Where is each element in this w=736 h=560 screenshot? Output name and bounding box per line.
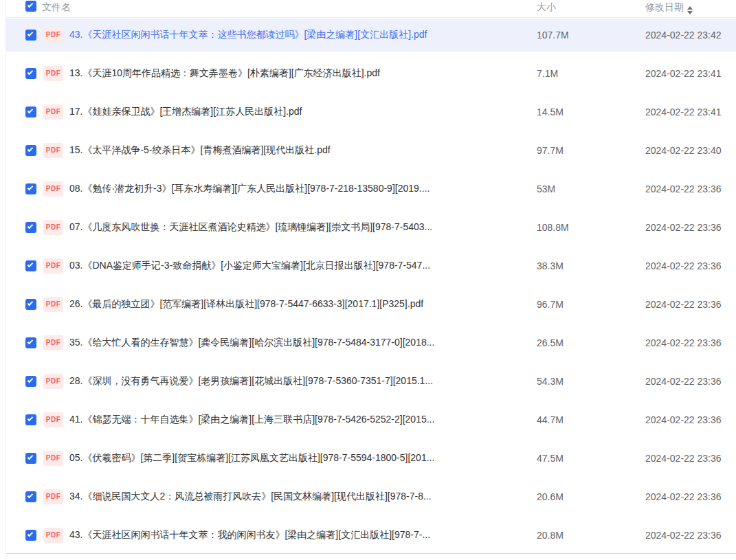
check-icon [27,377,33,383]
file-size: 54.3M [537,376,564,387]
check-icon [27,531,33,537]
pdf-icon: PDF [43,451,63,466]
table-row[interactable]: PDF 03.《DNA鉴定师手记-3-致命捐献》[小鉴定师大宝编著][北京日报出… [6,249,736,282]
table-row[interactable]: PDF 35.《给大忙人看的生存智慧》[龚令民编著][哈尔滨出版社][978-7… [6,326,736,359]
row-checkbox[interactable] [25,183,36,194]
pdf-icon: PDF [43,66,63,81]
row-checkbox[interactable] [25,68,36,79]
pdf-icon: PDF [43,104,63,120]
table-header: 文件名 大小 修改日期 [6,0,736,18]
check-icon [27,146,33,152]
file-name-link[interactable]: 13.《天涯10周年作品精选：舞文弄墨卷》[朴素编著][广东经济出版社].pdf [69,67,530,80]
file-date: 2024-02-22 23:41 [645,107,722,117]
file-name-link[interactable]: 05.《伏羲密码》[第二季][贺宝栋编著][江苏凤凰文艺出版社][978-7-5… [69,452,530,464]
file-name-link[interactable]: 28.《深圳，没有勇气再说爱》[老男孩编著][花城出版社][978-7-5360… [69,375,530,388]
file-size: 20.6M [537,491,564,502]
row-checkbox[interactable] [25,337,36,348]
pdf-icon: PDF [43,220,63,235]
row-checkbox[interactable] [25,376,36,387]
file-name-link[interactable]: 43.《天涯社区闲闲书话十年文萃：我的闲闲书友》[梁由之编著][文汇出版社][9… [69,529,530,541]
file-size: 47.5M [537,453,564,464]
table-row[interactable]: PDF 43.《天涯社区闲闲书话十年文萃：我的闲闲书友》[梁由之编著][文汇出版… [6,519,736,552]
table-row[interactable]: PDF 28.《深圳，没有勇气再说爱》[老男孩编著][花城出版社][978-7-… [6,365,736,398]
file-date: 2024-02-22 23:36 [645,530,722,541]
pdf-icon: PDF [43,27,63,43]
file-date: 2024-02-22 23:42 [645,30,722,41]
file-size: 38.3M [537,260,564,271]
check-icon [27,262,33,267]
row-checkbox[interactable] [25,107,36,117]
file-list: PDF 43.《天涯社区闲闲书话十年文萃：这些书您都读过吗》[梁由之编著][文汇… [6,18,736,552]
row-checkbox[interactable] [25,260,36,271]
row-checkbox[interactable] [25,453,36,464]
file-name-link[interactable]: 34.《细说民国大文人2：风流总被雨打风吹去》[民国文林编著][现代出版社][9… [69,491,530,503]
file-name-link[interactable]: 41.《锦瑟无端：十年自选集》[梁由之编著][上海三联书店][978-7-542… [69,414,530,426]
file-date: 2024-02-22 23:36 [645,414,722,425]
pdf-icon: PDF [43,489,63,504]
file-name-link[interactable]: 08.《勉传·潜龙初升-3》[耳东水寿编著][广东人民出版社][978-7-21… [69,183,530,195]
file-table: 文件名 大小 修改日期 PDF 43.《天涯社区闲闲书话十年文萃：这些书您都读过… [5,0,736,560]
pdf-icon: PDF [43,181,63,197]
file-name-link[interactable]: 35.《给大忙人看的生存智慧》[龚令民编著][哈尔滨出版社][978-7-548… [69,337,530,349]
row-checkbox[interactable] [25,530,36,541]
table-row[interactable]: PDF 07.《几度东风吹世换：天涯社区煮酒论史精选》[琉璃锺编著][崇文书局]… [6,211,736,244]
file-size: 26.5M [537,337,564,348]
file-name-link[interactable]: 43.《天涯社区闲闲书话十年文萃：这些书您都读过吗》[梁由之编著][文汇出版社]… [69,29,530,41]
check-icon [27,2,33,8]
table-row[interactable]: PDF 43.《天涯社区闲闲书话十年文萃：这些书您都读过吗》[梁由之编著][文汇… [6,19,736,52]
file-name-link[interactable]: 17.《娃娃亲保卫战》[王增杰编著][江苏人民出版社].pdf [69,106,530,118]
file-date: 2024-02-22 23:41 [645,68,722,79]
file-size: 20.8M [537,530,564,541]
table-row[interactable]: PDF 08.《勉传·潜龙初升-3》[耳东水寿编著][广东人民出版社][978-… [6,172,736,205]
file-name-link[interactable]: 15.《太平洋战争-5-绞杀日本》[青梅煮酒编著][现代出版社.pdf [69,144,530,157]
check-icon [27,339,33,344]
file-size: 108.8M [537,222,569,233]
file-date: 2024-02-22 23:36 [645,222,722,233]
file-size: 107.7M [537,30,569,41]
row-checkbox[interactable] [25,299,36,310]
table-row[interactable]: PDF 26.《最后的独立团》[范军编著][译林出版社][978-7-5447-… [6,288,736,321]
select-all-checkbox[interactable] [25,1,36,12]
table-row[interactable]: PDF 05.《伏羲密码》[第二季][贺宝栋编著][江苏凤凰文艺出版社][978… [6,442,736,475]
column-header-date[interactable]: 修改日期 [645,1,693,14]
table-row[interactable]: PDF 15.《太平洋战争-5-绞杀日本》[青梅煮酒编著][现代出版社.pdf … [6,134,736,167]
pdf-icon: PDF [43,258,63,273]
file-name-link[interactable]: 03.《DNA鉴定师手记-3-致命捐献》[小鉴定师大宝编著][北京日报出版社][… [69,260,530,272]
file-date: 2024-02-22 23:36 [645,491,722,502]
table-row[interactable]: PDF 34.《细说民国大文人2：风流总被雨打风吹去》[民国文林编著][现代出版… [6,480,736,513]
bottom-divider [6,553,736,554]
file-size: 53M [537,183,555,194]
file-size: 44.7M [537,414,564,425]
file-size: 96.7M [537,299,564,310]
file-date: 2024-02-22 23:36 [645,299,722,310]
row-checkbox[interactable] [25,222,36,233]
file-size: 7.1M [537,68,558,79]
file-date: 2024-02-22 23:36 [645,260,722,271]
check-icon [27,185,33,190]
column-header-size: 大小 [537,1,556,14]
column-header-filename: 文件名 [42,1,71,14]
pdf-icon: PDF [43,412,63,427]
column-header-date-label: 修改日期 [645,1,684,12]
check-icon [27,69,33,75]
file-size: 97.7M [537,145,564,156]
row-checkbox[interactable] [25,414,36,425]
row-checkbox[interactable] [25,30,36,41]
table-row[interactable]: PDF 13.《天涯10周年作品精选：舞文弄墨卷》[朴素编著][广东经济出版社]… [6,57,736,90]
row-checkbox[interactable] [25,145,36,156]
check-icon [27,493,33,498]
table-row[interactable]: PDF 17.《娃娃亲保卫战》[王增杰编著][江苏人民出版社].pdf 14.5… [6,96,736,128]
check-icon [27,454,33,460]
file-date: 2024-02-22 23:36 [645,337,722,348]
check-icon [27,108,33,113]
check-icon [27,223,33,229]
check-icon [27,31,33,36]
file-date: 2024-02-22 23:36 [645,453,722,464]
table-row[interactable]: PDF 41.《锦瑟无端：十年自选集》[梁由之编著][上海三联书店][978-7… [6,403,736,436]
sort-caret-icon[interactable] [687,6,693,14]
file-name-link[interactable]: 07.《几度东风吹世换：天涯社区煮酒论史精选》[琉璃锺编著][崇文书局][978… [69,221,530,234]
check-icon [27,416,33,421]
row-checkbox[interactable] [25,491,36,502]
pdf-icon: PDF [43,528,63,543]
file-name-link[interactable]: 26.《最后的独立团》[范军编著][译林出版社][978-7-5447-6633… [69,298,530,311]
